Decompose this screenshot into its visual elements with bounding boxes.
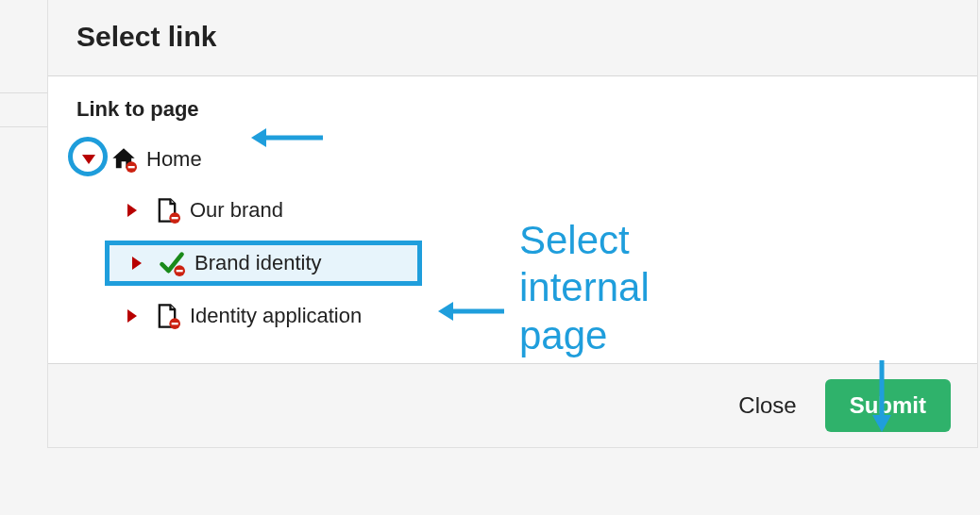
dialog-footer: Close Submit — [48, 364, 977, 447]
page-icon — [154, 303, 180, 329]
expand-toggle[interactable] — [76, 147, 101, 172]
svg-rect-7 — [172, 323, 178, 324]
expand-toggle[interactable] — [125, 251, 149, 275]
page-icon — [154, 197, 180, 224]
home-icon — [110, 146, 137, 173]
check-icon — [159, 250, 185, 276]
tree-label: Brand identity — [194, 251, 322, 275]
submit-button[interactable]: Submit — [825, 379, 951, 432]
dialog-header: Select link — [48, 0, 977, 76]
tree-row-identity-application[interactable]: Identity application — [76, 293, 949, 339]
select-link-dialog: Select link Link to page Home Our brand — [47, 0, 978, 448]
tree-label: Our brand — [190, 198, 283, 223]
tree-label: Home — [146, 147, 202, 172]
chevron-right-icon — [132, 257, 142, 270]
chevron-down-icon — [82, 155, 95, 164]
bg-line — [0, 92, 47, 93]
chevron-right-icon — [127, 309, 137, 323]
chevron-right-icon — [127, 204, 137, 217]
expand-toggle[interactable] — [120, 304, 144, 328]
svg-rect-3 — [172, 217, 178, 219]
tree-row-brand-identity[interactable]: Brand identity — [105, 241, 422, 286]
dialog-title: Select link — [76, 21, 949, 53]
dialog-body: Link to page Home Our brand — [48, 76, 977, 364]
svg-rect-5 — [177, 270, 183, 272]
link-to-page-label: Link to page — [76, 97, 199, 122]
tree-row-wrapper-selected: Brand identity — [76, 241, 949, 286]
tree-row-our-brand[interactable]: Our brand — [76, 188, 949, 233]
bg-line — [0, 126, 47, 127]
expand-toggle[interactable] — [120, 198, 144, 223]
close-button[interactable]: Close — [733, 383, 802, 428]
page-tree: Home Our brand Brand identity — [76, 137, 949, 339]
tree-label: Identity application — [190, 304, 362, 328]
svg-rect-1 — [128, 166, 135, 168]
tree-row-home[interactable]: Home — [76, 137, 949, 182]
